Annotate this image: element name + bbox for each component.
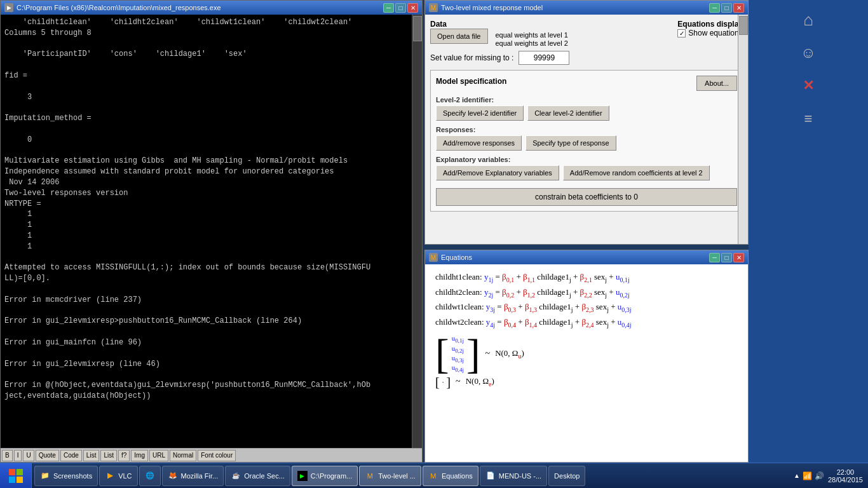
taskbar-clock: 22:00 28/04/2015 — [828, 468, 863, 484]
italic-btn[interactable]: I — [14, 450, 22, 461]
equations-icon: M — [429, 253, 438, 262]
eq-maximize-btn[interactable]: □ — [721, 253, 732, 262]
eq-minimize-btn[interactable]: ─ — [709, 253, 720, 262]
missing-value-row: Set value for missing to : — [430, 51, 743, 65]
taskbar-item-oracle[interactable]: ☕ Oracle Sec... — [225, 466, 290, 486]
taskbar-item-mend[interactable]: 📄 MEND-US -... — [480, 466, 547, 486]
model-minimize-btn[interactable]: ─ — [709, 3, 720, 13]
bold-btn[interactable]: B — [2, 450, 13, 461]
mend-icon: 📄 — [485, 471, 496, 481]
dist-2: N(0, Ωe) — [466, 376, 494, 388]
term-line — [4, 327, 418, 337]
term-line: NRTYPE = — [4, 199, 418, 210]
taskbar-item-equations[interactable]: M Equations — [423, 466, 478, 486]
windows-logo-icon — [8, 468, 24, 484]
equations-title: Equations — [441, 254, 472, 261]
smiley-icon-btn[interactable]: ☺ — [795, 39, 822, 66]
constrain-beta-button[interactable]: constrain beta coefficients to 0 — [436, 188, 737, 206]
scroll-thumb[interactable] — [413, 16, 422, 41]
responses-row: Responses: Add/remove responses Specify … — [436, 126, 737, 151]
specify-type-response-button[interactable]: Specify type of response — [526, 135, 616, 151]
term-line: 1 — [4, 241, 418, 252]
equation-1: childht1clean: y1j = β0,1 + β1,1 childag… — [435, 272, 738, 283]
model-close-btn[interactable]: ✕ — [733, 3, 744, 13]
clear-level2-button[interactable]: Clear level-2 identifier — [527, 105, 609, 121]
list2-btn[interactable]: List — [100, 450, 117, 461]
equations-window: M Equations ─ □ ✕ childht1clean: y1j = β… — [424, 250, 749, 463]
taskbar-item-chrome[interactable]: 🌐 — [139, 466, 161, 486]
data-label: Data — [430, 20, 488, 29]
term-line — [4, 252, 418, 263]
minimize-button[interactable]: ─ — [383, 3, 394, 13]
taskbar-item-vlc[interactable]: ▶ VLC — [99, 466, 137, 486]
list-btn[interactable]: List — [83, 450, 100, 461]
vlc-icon: ▶ — [105, 471, 115, 481]
term-line — [4, 146, 418, 156]
terminal-taskbar-icon: ▶ — [297, 471, 308, 481]
firefox-icon: 🦊 — [168, 471, 178, 481]
taskbar-item-twolevel[interactable]: M Two-level ... — [359, 466, 421, 486]
underline-btn[interactable]: U — [23, 450, 34, 461]
add-remove-explanatory-button[interactable]: Add/Remove Explanatory variables — [436, 165, 559, 180]
taskbar-item-screenshots[interactable]: 📁 Screenshots — [34, 466, 98, 486]
img-btn[interactable]: Img — [131, 450, 148, 461]
equation-3: childwt1clean: y3j = β0,3 + β1,3 childag… — [435, 302, 738, 313]
url-btn[interactable]: URL — [149, 450, 168, 461]
quote-btn[interactable]: Quote — [36, 450, 59, 461]
svg-rect-2 — [9, 477, 15, 483]
show-hidden-icon[interactable]: ▲ — [794, 472, 800, 479]
term-error: Attempted to access MISSINGFULL(1,:); in… — [4, 262, 418, 273]
font-colour-btn[interactable]: Font colour — [198, 450, 236, 461]
show-equations-checkbox-row: ✓ Show equations — [677, 29, 743, 37]
matrix-var-4: u0,4j — [452, 363, 464, 373]
svg-rect-0 — [9, 469, 15, 475]
term-line: Error in gui_2levmixresp (line 46) — [4, 359, 418, 370]
data-section: Data Open data file — [430, 20, 488, 44]
f-btn[interactable]: f? — [118, 450, 130, 461]
start-button[interactable] — [0, 463, 32, 489]
tilde-symbol: ~ — [485, 349, 491, 359]
term-line: Columns 5 through 8 — [4, 28, 418, 39]
dist-1: N(0, Ωu) — [495, 348, 524, 360]
taskbar-item-firefox[interactable]: 🦊 Mozilla Fir... — [162, 466, 224, 486]
close-x-icon-btn[interactable]: ✕ — [795, 72, 822, 99]
term-line: 1 — [4, 231, 418, 241]
taskbar-items: 📁 Screenshots ▶ VLC 🌐 🦊 Mozilla Fir... ☕… — [32, 466, 789, 486]
clock-time: 22:00 — [828, 468, 863, 476]
terminal-titlebar: ▶ C:\Program Files (x86)\Realcom\Imputat… — [1, 1, 422, 15]
terminal-scrollbar[interactable] — [412, 15, 422, 448]
specify-level2-button[interactable]: Specify level-2 identifier — [436, 105, 524, 121]
hamburger-menu-icon-btn[interactable]: ≡ — [795, 105, 822, 132]
missing-value-input[interactable] — [519, 51, 569, 65]
term-line: Imputation_method = — [4, 113, 418, 124]
model-scroll-thumb[interactable] — [739, 16, 748, 35]
terminal-icon: ▶ — [4, 3, 13, 12]
eq-display-title: Equations display — [677, 20, 743, 29]
model-icon: M — [429, 3, 438, 12]
term-line: ject,eventdata,guidata(hObject)) — [4, 391, 418, 402]
right-panel: ⌂ ☺ ✕ ≡ — [749, 0, 868, 463]
close-button[interactable]: ✕ — [407, 3, 418, 13]
weights-level1: equal weights at level 1 — [496, 31, 568, 39]
open-data-button[interactable]: Open data file — [430, 29, 488, 44]
equations-content: childht1clean: y1j = β0,1 + β1,1 childag… — [425, 264, 748, 462]
matrix-var-3: u0,3j — [452, 354, 464, 363]
taskbar-item-desktop[interactable]: Desktop — [548, 466, 585, 486]
add-random-coefficients-button[interactable]: Add/Remove random coefficients at level … — [563, 165, 710, 180]
terminal-window: ▶ C:\Program Files (x86)\Realcom\Imputat… — [0, 0, 423, 463]
normal-btn[interactable]: Normal — [170, 450, 196, 461]
about-button[interactable]: About... — [696, 76, 737, 91]
term-line: Nov 14 2006 — [4, 177, 418, 188]
weights-level2: equal weights at level 2 — [496, 39, 568, 47]
responses-label: Responses: — [436, 126, 737, 133]
taskbar-item-terminal[interactable]: ▶ C:\Program... — [292, 466, 358, 486]
home-icon-btn[interactable]: ⌂ — [795, 6, 822, 33]
show-equations-checkbox[interactable]: ✓ — [677, 29, 686, 37]
add-remove-responses-button[interactable]: Add/remove responses — [436, 135, 522, 151]
model-maximize-btn[interactable]: □ — [721, 3, 732, 13]
eq-close-btn[interactable]: ✕ — [733, 253, 744, 262]
code-btn[interactable]: Code — [60, 450, 82, 461]
maximize-button[interactable]: □ — [395, 3, 406, 13]
tilde-symbol-2: ~ — [456, 377, 461, 387]
model-scrollbar[interactable] — [738, 15, 748, 244]
